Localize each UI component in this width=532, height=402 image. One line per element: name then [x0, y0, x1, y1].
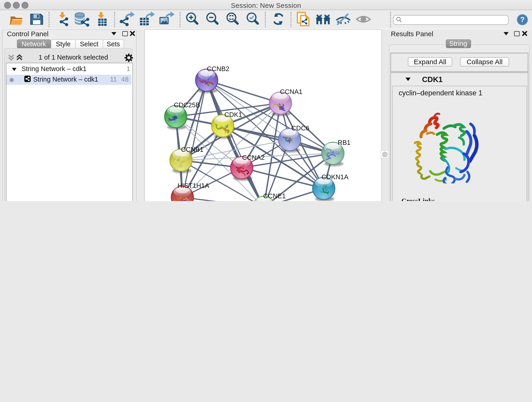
svg-text:CDK1: CDK1: [224, 111, 242, 118]
svg-text:CCNA1: CCNA1: [280, 88, 302, 95]
svg-text:CCNB1: CCNB1: [181, 146, 203, 153]
svg-text:CCNA2: CCNA2: [242, 153, 265, 161]
svg-text:CDKN1A: CDKN1A: [322, 173, 348, 180]
svg-text:CDC25B: CDC25B: [174, 101, 200, 108]
svg-text:CCNB2: CCNB2: [207, 65, 229, 72]
svg-text:RB1: RB1: [338, 139, 351, 146]
svg-text:CDC6: CDC6: [291, 124, 310, 132]
svg-text:HIST1H1A: HIST1H1A: [177, 182, 209, 189]
svg-text:CCNE1: CCNE1: [263, 192, 286, 199]
